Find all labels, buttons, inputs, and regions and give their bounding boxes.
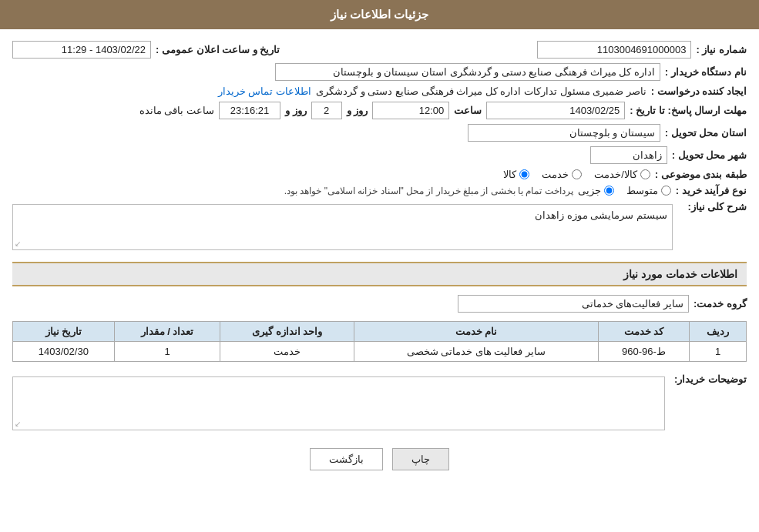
- content-area: شماره نیاز : 1103004691000003 تاریخ و سا…: [0, 29, 759, 492]
- mohlat-saat-remaining: 23:16:21: [219, 102, 280, 119]
- col-tarikh: تاریخ نیاز: [13, 322, 115, 342]
- row-mohlat: مهلت ارسال پاسخ: تا تاریخ : 1403/02/25 س…: [12, 99, 747, 122]
- col-vahed: واحد اندازه گیری: [220, 322, 354, 342]
- row-shahr: شهر محل تحویل : زاهدان: [12, 144, 747, 166]
- radio-jazee-label: جزیی: [578, 185, 601, 196]
- shomareNiaz-value: 1103004691000003: [537, 41, 691, 59]
- namDastgah-value: اداره کل میراث فرهنگی صنایع دستی و گردشگ…: [275, 63, 660, 81]
- namDastgah-label: نام دستگاه خریدار :: [665, 66, 747, 78]
- row-tabaghe: طبقه بندی موضوعی : کالا/خدمت خدمت کالا: [12, 166, 747, 182]
- shahr-value: زاهدان: [590, 146, 667, 164]
- tarikh-label: تاریخ و ساعت اعلان عمومی :: [156, 44, 280, 55]
- mohlat-roz-label: روز و: [347, 105, 368, 116]
- col-name: نام خدمت: [354, 322, 599, 342]
- table-row: 1ط-96-960سایر فعالیت های خدماتی شخصیخدمت…: [13, 342, 747, 362]
- mohlat-baqi: ساعت باقی مانده: [139, 105, 214, 116]
- radio-kala-khedmat[interactable]: کالا/خدمت: [594, 169, 650, 180]
- geroheKhadamat-label: گروه خدمت:: [694, 298, 747, 309]
- ijadKonande-value: ناصر ضمیری مسئول تدارکات اداره کل میراث …: [316, 85, 646, 97]
- mohlat-label: مهلت ارسال پاسخ: تا تاریخ :: [630, 105, 747, 116]
- row-ostan: استان محل تحویل : سیستان و بلوچستان: [12, 122, 747, 144]
- shomareNiaz-label: شماره نیاز :: [696, 44, 747, 55]
- radio-khedmat[interactable]: خدمت: [542, 169, 582, 180]
- geroheKhadamat-value: سایر فعالیت‌های خدماتی: [458, 295, 689, 313]
- ijadKonande-link[interactable]: اطلاعات تماس خریدار: [218, 85, 311, 97]
- btn-bazgasht[interactable]: بازگشت: [310, 448, 383, 470]
- page-title: جزئیات اطلاعات نیاز: [331, 8, 428, 21]
- sharh-corner: ↙: [15, 239, 21, 248]
- cell-vahed: خدمت: [220, 342, 354, 362]
- khadamat-section-header: اطلاعات خدمات مورد نیاز: [12, 262, 747, 286]
- cell-tedad: 1: [114, 342, 220, 362]
- radio-motovaset-input[interactable]: [661, 186, 671, 196]
- ostan-value: سیستان و بلوچستان: [468, 124, 660, 142]
- row-ijadKonande: ایجاد کننده درخواست : ناصر ضمیری مسئول ت…: [12, 83, 747, 99]
- mohlat-date: 1403/02/25: [486, 102, 625, 119]
- radio-motovaset[interactable]: متوسط: [626, 185, 671, 196]
- noeFarayand-label: نوع فرآیند خرید :: [676, 185, 747, 196]
- radio-kala-label: کالا: [503, 169, 516, 180]
- sharh-label: شرح کلی نیاز:: [677, 201, 747, 212]
- services-table-body: 1ط-96-960سایر فعالیت های خدماتی شخصیخدمت…: [13, 342, 747, 362]
- ijadKonande-label: ایجاد کننده درخواست :: [651, 85, 747, 97]
- col-radif: ردیف: [690, 322, 747, 342]
- cell-tarikh: 1403/02/30: [13, 342, 115, 362]
- sharh-box: سیستم سرمایشی موزه زاهدان ↙: [12, 204, 673, 250]
- toseeh-label: توضیحات خریدار:: [670, 373, 747, 385]
- noeFarayand-radio-group: متوسط جزیی: [578, 185, 671, 196]
- radio-khedmat-input[interactable]: [572, 169, 582, 179]
- toseeh-corner: ↙: [15, 420, 21, 428]
- toseeh-box[interactable]: ↙: [12, 376, 665, 430]
- services-table-head: ردیف کد خدمت نام خدمت واحد اندازه گیری ت…: [13, 322, 747, 342]
- cell-kod: ط-96-960: [598, 342, 689, 362]
- cell-radif: 1: [690, 342, 747, 362]
- row-shomareNiaz: شماره نیاز : 1103004691000003 تاریخ و سا…: [12, 38, 747, 61]
- tabaghe-label: طبقه بندی موضوعی :: [655, 169, 747, 180]
- btn-chap[interactable]: چاپ: [392, 448, 449, 470]
- services-table-header-row: ردیف کد خدمت نام خدمت واحد اندازه گیری ت…: [13, 322, 747, 342]
- row-geroheKhadamat: گروه خدمت: سایر فعالیت‌های خدماتی: [12, 293, 747, 315]
- radio-jazee[interactable]: جزیی: [578, 185, 614, 196]
- services-table: ردیف کد خدمت نام خدمت واحد اندازه گیری ت…: [12, 321, 747, 362]
- mohlat-roz-text: روز و: [285, 105, 307, 116]
- row-namDastgah: نام دستگاه خریدار : اداره کل میراث فرهنگ…: [12, 61, 747, 83]
- page-header: جزئیات اطلاعات نیاز: [0, 0, 759, 29]
- col-tedad: تعداد / مقدار: [114, 322, 220, 342]
- cell-name: سایر فعالیت های خدماتی شخصی: [354, 342, 599, 362]
- mohlat-roz: 2: [311, 102, 342, 119]
- noeFarayand-desc: پرداخت تمام یا بخشی از مبلغ خریدار از مح…: [284, 186, 573, 196]
- radio-khedmat-label: خدمت: [542, 169, 569, 180]
- radio-kala[interactable]: کالا: [503, 169, 529, 180]
- radio-jazee-input[interactable]: [604, 186, 614, 196]
- btn-row: چاپ بازگشت: [12, 448, 747, 470]
- col-kod: کد خدمت: [598, 322, 689, 342]
- mohlat-time: 12:00: [372, 102, 449, 119]
- sharh-value: سیستم سرمایشی موزه زاهدان: [535, 209, 667, 221]
- radio-motovaset-label: متوسط: [626, 185, 658, 196]
- radio-kala-input[interactable]: [519, 169, 529, 179]
- radio-kala-khedmat-input[interactable]: [640, 169, 650, 179]
- ostan-label: استان محل تحویل :: [665, 127, 747, 139]
- tarikh-value: 1403/02/22 - 11:29: [12, 41, 151, 59]
- page-wrapper: جزئیات اطلاعات نیاز شماره نیاز : 1103004…: [0, 0, 759, 532]
- row-toseeh: توضیحات خریدار: ↙: [12, 371, 747, 436]
- row-noeFarayand: نوع فرآیند خرید : متوسط جزیی پرداخت تمام…: [12, 182, 747, 199]
- khadamat-header-text: اطلاعات خدمات مورد نیاز: [623, 268, 737, 280]
- radio-kala-khedmat-label: کالا/خدمت: [594, 169, 637, 180]
- shahr-label: شهر محل تحویل :: [672, 149, 747, 161]
- mohlat-saat-label: ساعت: [454, 105, 482, 116]
- row-sharh: شرح کلی نیاز: سیستم سرمایشی موزه زاهدان …: [12, 199, 747, 256]
- tabaghe-radio-group: کالا/خدمت خدمت کالا: [503, 169, 650, 180]
